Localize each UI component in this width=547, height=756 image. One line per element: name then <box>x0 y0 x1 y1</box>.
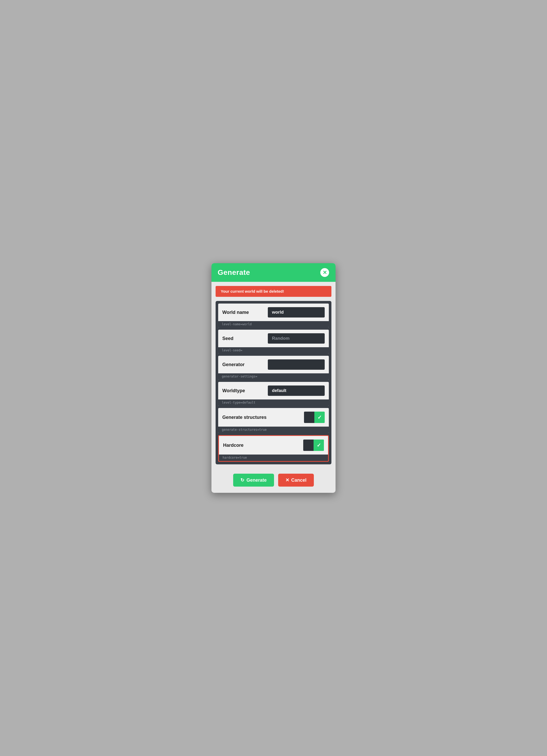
footer: ↻ Generate ✕ Cancel <box>211 468 336 493</box>
generate-structures-label: Generate structures <box>222 415 267 420</box>
hardcore-toggle[interactable]: ✓ <box>303 440 324 451</box>
generator-main: Generator <box>218 356 329 373</box>
world-name-hint: level-name=world <box>218 321 329 328</box>
dialog-title: Generate <box>218 268 250 277</box>
hardcore-row: Hardcore ✓ hardcore=true <box>218 435 329 462</box>
generator-label: Generator <box>222 362 245 367</box>
warning-text: Your current world will be deleted! <box>221 289 284 293</box>
close-button[interactable]: ✕ <box>320 268 329 277</box>
seed-hint: level-seed= <box>218 347 329 354</box>
close-icon: ✕ <box>323 270 327 275</box>
generate-structures-main: Generate structures ✓ <box>218 408 329 427</box>
checkmark-icon: ✓ <box>317 414 322 420</box>
form-container: World name level-name=world Seed level-s… <box>216 301 331 464</box>
worldtype-main: Worldtype <box>218 382 329 399</box>
seed-label: Seed <box>222 336 233 341</box>
hardcore-checkmark-icon: ✓ <box>317 442 321 448</box>
dialog-header: Generate ✕ <box>211 263 336 282</box>
worldtype-row: Worldtype level-type=default <box>218 382 329 406</box>
toggle-off-side <box>304 412 314 423</box>
generate-icon: ↻ <box>240 477 244 483</box>
generate-structures-toggle[interactable]: ✓ <box>304 412 325 423</box>
generate-button-label: Generate <box>246 478 267 483</box>
world-name-input[interactable] <box>268 307 325 317</box>
worldtype-label: Worldtype <box>222 388 245 394</box>
toggle-on-side: ✓ <box>314 412 325 423</box>
seed-input[interactable] <box>268 333 325 344</box>
cancel-icon: ✕ <box>285 477 289 483</box>
world-name-label: World name <box>222 310 249 315</box>
world-name-row: World name level-name=world <box>218 304 329 328</box>
hardcore-label: Hardcore <box>223 443 244 448</box>
warning-banner: Your current world will be deleted! <box>216 286 331 297</box>
generate-dialog: Generate ✕ Your current world will be de… <box>211 263 336 493</box>
hardcore-toggle-off <box>303 440 314 451</box>
worldtype-input[interactable] <box>268 385 325 396</box>
seed-row: Seed level-seed= <box>218 330 329 354</box>
generate-button[interactable]: ↻ Generate <box>233 474 274 487</box>
seed-main: Seed <box>218 330 329 347</box>
hardcore-main: Hardcore ✓ <box>219 436 328 455</box>
hardcore-toggle-on: ✓ <box>314 440 324 451</box>
close-icon-circle: ✕ <box>320 268 329 277</box>
world-name-main: World name <box>218 304 329 321</box>
worldtype-hint: level-type=default <box>218 399 329 406</box>
cancel-button[interactable]: ✕ Cancel <box>278 474 314 487</box>
generator-hint: generator-settings= <box>218 373 329 380</box>
cancel-button-label: Cancel <box>291 478 307 483</box>
generator-row: Generator generator-settings= <box>218 356 329 380</box>
generator-input[interactable] <box>268 359 325 370</box>
generate-structures-row: Generate structures ✓ generate-structure… <box>218 408 329 433</box>
hardcore-hint: hardcore=true <box>219 455 328 461</box>
generate-structures-hint: generate-structures=true <box>218 427 329 433</box>
